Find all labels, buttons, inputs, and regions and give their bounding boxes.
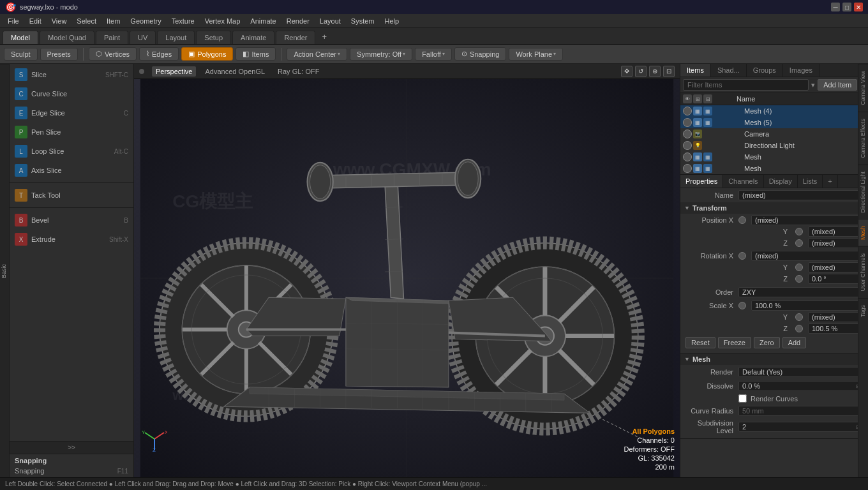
position-y-value[interactable]: (mixed) xyxy=(808,226,864,237)
tab-model-quad[interactable]: Model Quad xyxy=(40,31,94,44)
filter-items-input[interactable] xyxy=(683,79,809,91)
viewport-tab-advanced[interactable]: Advanced OpenGL xyxy=(201,66,269,77)
tags-tab[interactable]: Tags xyxy=(858,298,868,323)
position-z-handle[interactable] xyxy=(795,239,803,247)
edges-button[interactable]: ⌇ Edges xyxy=(139,47,179,61)
user-channels-tab[interactable]: User Channels xyxy=(858,246,868,298)
viewport-canvas[interactable]: CG模型主 www.CGMXW.com CG模型主 www.CGMXW.com xyxy=(134,79,680,477)
tab-groups[interactable]: Groups xyxy=(747,64,783,77)
subdiv-value[interactable]: 2 ⊞ xyxy=(738,422,864,432)
minimize-button[interactable]: ─ xyxy=(831,3,840,11)
name-prop-value[interactable]: (mixed) xyxy=(738,190,864,200)
menu-system[interactable]: System xyxy=(346,16,380,26)
items-button[interactable]: ◧ Items xyxy=(236,47,276,61)
close-button[interactable]: ✕ xyxy=(854,3,863,11)
work-plane-button[interactable]: Work Plane ▾ xyxy=(509,48,563,61)
tab-animate[interactable]: Animate xyxy=(232,31,274,44)
viewport-tab-raygl[interactable]: Ray GL: OFF xyxy=(274,66,323,77)
rotation-z-handle[interactable] xyxy=(795,275,803,283)
zero-button[interactable]: Zero xyxy=(754,337,780,348)
tool-extrude[interactable]: X Extrude Shift-X xyxy=(10,230,133,249)
polygons-button[interactable]: ▣ Polygons xyxy=(181,47,233,61)
add-button[interactable]: Add xyxy=(782,337,807,348)
menu-edit[interactable]: Edit xyxy=(24,16,47,26)
menu-view[interactable]: View xyxy=(47,16,72,26)
tab-shaders[interactable]: Shad... xyxy=(711,64,747,77)
tab-uv[interactable]: UV xyxy=(130,31,156,44)
menu-help[interactable]: Help xyxy=(380,16,405,26)
menu-geometry[interactable]: Geometry xyxy=(125,16,166,26)
position-x-value[interactable]: (mixed) xyxy=(751,215,864,225)
tab-images[interactable]: Images xyxy=(783,64,819,77)
transform-section-header[interactable]: ▼ Transform xyxy=(680,202,868,214)
rotation-x-value[interactable]: (mixed) xyxy=(751,251,864,261)
tab-layout[interactable]: Layout xyxy=(157,31,195,44)
render-dropdown[interactable]: Default (Yes) ▾ xyxy=(738,367,864,377)
scale-z-handle[interactable] xyxy=(795,325,803,332)
tool-loop-slice[interactable]: L Loop Slice Alt-C xyxy=(10,142,133,161)
symmetry-button[interactable]: Symmetry: Off ▾ xyxy=(350,48,412,61)
viewport-rotate-icon[interactable]: ↺ xyxy=(635,66,647,77)
lock-col-icon[interactable]: ⊞ xyxy=(693,94,702,103)
rotation-z-value[interactable]: 0.0 ° xyxy=(808,274,864,284)
menu-vertex-map[interactable]: Vertex Map xyxy=(200,16,246,26)
tool-slice[interactable]: S Slice SHFT-C xyxy=(10,65,133,84)
tool-pen-slice[interactable]: P Pen Slice xyxy=(10,122,133,142)
tab-setup[interactable]: Setup xyxy=(196,31,231,44)
scale-x-handle[interactable] xyxy=(738,302,746,309)
tool-edge-slice[interactable]: E Edge Slice C xyxy=(10,103,133,122)
tab-paint[interactable]: Paint xyxy=(96,31,128,44)
menu-layout[interactable]: Layout xyxy=(315,16,346,26)
scale-y-value[interactable]: (mixed) xyxy=(808,312,864,322)
viewport-zoom-icon[interactable]: ⊕ xyxy=(649,66,661,77)
curve-radius-value[interactable]: 50 mm xyxy=(738,406,864,416)
tool-tack[interactable]: T Tack Tool xyxy=(10,186,133,205)
menu-item[interactable]: Item xyxy=(101,16,125,26)
item-row-mesh-a[interactable]: ▦ ▦ Mesh xyxy=(680,151,868,163)
position-y-handle[interactable] xyxy=(795,228,803,235)
menu-select[interactable]: Select xyxy=(71,16,101,26)
menu-texture[interactable]: Texture xyxy=(167,16,200,26)
mesh-tab[interactable]: Mesh xyxy=(858,219,868,246)
position-x-handle[interactable] xyxy=(738,216,746,224)
mesh-section-header[interactable]: ▼ Mesh xyxy=(680,353,868,365)
menu-render[interactable]: Render xyxy=(281,16,315,26)
maximize-button[interactable]: □ xyxy=(842,3,851,11)
freeze-button[interactable]: Freeze xyxy=(718,337,751,348)
menu-animate[interactable]: Animate xyxy=(245,16,281,26)
rotation-x-handle[interactable] xyxy=(738,252,746,260)
add-props-tab[interactable]: + xyxy=(823,175,837,188)
position-z-value[interactable]: (mixed) xyxy=(808,238,864,248)
reset-button[interactable]: Reset xyxy=(685,337,715,348)
scale-z-value[interactable]: 100.5 % xyxy=(808,323,864,334)
side-tab-basic[interactable]: Basic xyxy=(0,64,9,477)
rotation-y-value[interactable]: (mixed) xyxy=(808,262,864,272)
display-tab[interactable]: Display xyxy=(764,175,798,188)
action-center-button[interactable]: Action Center ▾ xyxy=(287,48,347,61)
tool-bevel[interactable]: B Bevel B xyxy=(10,211,133,230)
tab-render[interactable]: Render xyxy=(276,31,315,44)
add-item-button[interactable]: Add Item xyxy=(818,79,857,91)
tab-model[interactable]: Model xyxy=(3,31,38,44)
tool-axis-slice[interactable]: A Axis Slice xyxy=(10,161,133,180)
channels-tab[interactable]: Channels xyxy=(723,175,763,188)
sculpt-button[interactable]: Sculpt xyxy=(4,48,38,61)
viewport-move-icon[interactable]: ✥ xyxy=(621,66,632,77)
tab-add[interactable]: + xyxy=(317,29,332,44)
render-curves-checkbox[interactable] xyxy=(738,394,747,403)
order-dropdown[interactable]: ZXY ▾ xyxy=(738,287,864,297)
presets-button[interactable]: Presets xyxy=(40,48,78,61)
rotation-y-handle[interactable] xyxy=(795,264,803,271)
item-row-mesh5[interactable]: ▦ ▦ Mesh (5) xyxy=(680,117,868,128)
tab-items[interactable]: Items xyxy=(680,64,711,77)
menu-file[interactable]: File xyxy=(3,16,24,26)
type-col-icon[interactable]: ⊟ xyxy=(703,94,712,103)
item-row-camera[interactable]: 📷 Camera xyxy=(680,128,868,140)
item-row-mesh-b[interactable]: ▦ ▦ Mesh xyxy=(680,163,868,174)
lists-tab[interactable]: Lists xyxy=(798,175,823,188)
scale-x-value[interactable]: 100.0 % xyxy=(751,301,864,311)
properties-tab[interactable]: Properties xyxy=(680,175,723,188)
scale-y-handle[interactable] xyxy=(795,313,803,321)
directional-light-tab[interactable]: Directional Light xyxy=(858,165,868,219)
camera-effects-tab[interactable]: Camera Effects xyxy=(858,112,868,165)
